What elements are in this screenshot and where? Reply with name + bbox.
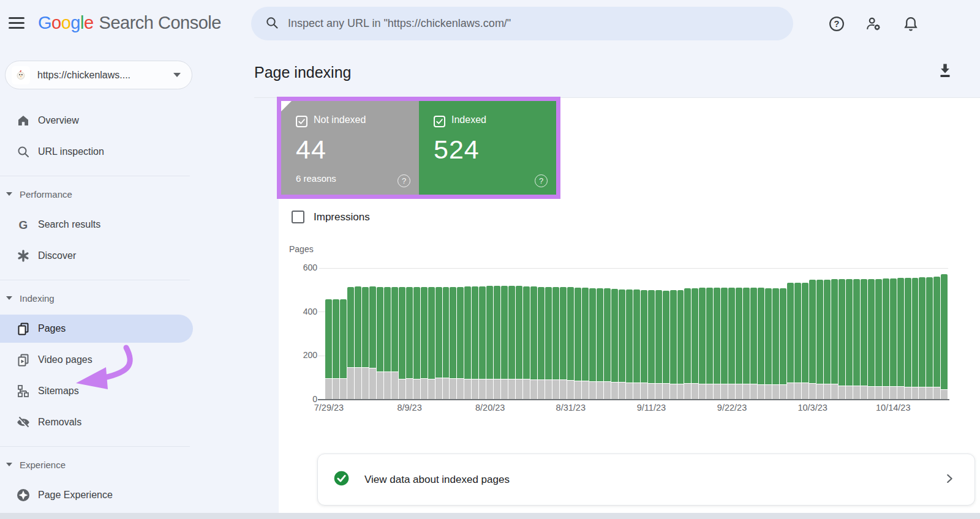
chart-bar[interactable] <box>933 268 940 400</box>
chart-bar[interactable] <box>355 268 361 400</box>
chart-bar[interactable] <box>399 268 405 400</box>
chart-bar[interactable] <box>369 268 376 400</box>
sidebar-item-discover[interactable]: Discover <box>0 240 279 271</box>
chart-bar[interactable] <box>846 268 853 400</box>
chart-bar[interactable] <box>758 268 764 400</box>
chart-bar[interactable] <box>905 268 911 400</box>
chart-bar[interactable] <box>479 268 486 400</box>
chart-bar[interactable] <box>508 268 515 400</box>
manage-users-icon[interactable] <box>865 15 882 32</box>
sidebar-section-experience[interactable]: Experience <box>0 450 279 479</box>
chart-bar[interactable] <box>523 268 530 400</box>
chart-bar[interactable] <box>706 268 713 400</box>
chart-bar[interactable] <box>391 268 398 400</box>
chart-bar[interactable] <box>743 268 750 400</box>
chevron-right-icon[interactable] <box>943 472 956 488</box>
sidebar-item-url-inspection[interactable]: URL inspection <box>0 136 279 167</box>
search-input[interactable] <box>288 17 780 30</box>
sidebar-item-video-pages[interactable]: Video pages <box>0 344 279 375</box>
chart-bar[interactable] <box>926 268 933 400</box>
chart-bar[interactable] <box>750 268 757 400</box>
chart-bar[interactable] <box>831 268 838 400</box>
checkbox-checked-icon[interactable] <box>296 116 307 127</box>
chart-bar[interactable] <box>428 268 435 400</box>
chart-bar[interactable] <box>897 268 904 400</box>
chart-bar[interactable] <box>333 268 339 400</box>
chart-bar[interactable] <box>604 268 611 400</box>
chart-bar[interactable] <box>890 268 897 400</box>
chart-bar[interactable] <box>384 268 391 400</box>
chart-bar[interactable] <box>486 268 493 400</box>
export-download-icon[interactable] <box>936 61 954 80</box>
menu-icon[interactable] <box>9 17 24 31</box>
chart-bar[interactable] <box>839 268 845 400</box>
chart-plot[interactable] <box>325 268 948 400</box>
chart-bar[interactable] <box>435 268 442 400</box>
chart-bar[interactable] <box>633 268 640 400</box>
chart-bar[interactable] <box>692 268 698 400</box>
chart-bar[interactable] <box>809 268 816 400</box>
property-selector[interactable]: https://chickenlaws.... <box>5 61 192 89</box>
chart-bar[interactable] <box>728 268 735 400</box>
chart-bar[interactable] <box>340 268 347 400</box>
chart-bar[interactable] <box>464 268 471 400</box>
chart-bar[interactable] <box>413 268 420 400</box>
chart-bar[interactable] <box>677 268 684 400</box>
help-icon[interactable]: ? <box>828 15 845 32</box>
chart-bar[interactable] <box>861 268 867 400</box>
chart-bar[interactable] <box>699 268 706 400</box>
sidebar-section-indexing[interactable]: Indexing <box>0 283 279 313</box>
sidebar-item-page-experience[interactable]: Page Experience <box>0 479 279 510</box>
chart-bar[interactable] <box>714 268 720 400</box>
chart-bar[interactable] <box>883 268 889 400</box>
chart-bar[interactable] <box>641 268 647 400</box>
chart-bar[interactable] <box>421 268 428 400</box>
chart-bar[interactable] <box>545 268 552 400</box>
chart-bar[interactable] <box>325 268 332 400</box>
chart-bar[interactable] <box>538 268 545 400</box>
chart-bar[interactable] <box>648 268 655 400</box>
sidebar-item-pages[interactable]: Pages <box>0 313 279 344</box>
chart-bar[interactable] <box>560 268 567 400</box>
sidebar-item-overview[interactable]: Overview <box>0 105 279 136</box>
chart-bar[interactable] <box>736 268 742 400</box>
chart-bar[interactable] <box>802 268 809 400</box>
chart-bar[interactable] <box>494 268 500 400</box>
not-indexed-card[interactable]: Not indexed 44 6 reasons ? <box>281 101 419 195</box>
sidebar-section-performance[interactable]: Performance <box>0 179 279 209</box>
impressions-toggle[interactable]: Impressions <box>292 211 370 223</box>
chart-bar[interactable] <box>530 268 537 400</box>
chart-bar[interactable] <box>362 268 369 400</box>
chart-bar[interactable] <box>619 268 625 400</box>
chart-bar[interactable] <box>780 268 786 400</box>
chart-bar[interactable] <box>684 268 691 400</box>
chart-bar[interactable] <box>406 268 413 400</box>
chart-bar[interactable] <box>597 268 603 400</box>
url-inspect-searchbar[interactable] <box>251 7 793 40</box>
chart-bar[interactable] <box>868 268 875 400</box>
chart-bar[interactable] <box>912 268 919 400</box>
chart-bar[interactable] <box>611 268 618 400</box>
chart-bar[interactable] <box>516 268 522 400</box>
chart-bar[interactable] <box>721 268 728 400</box>
sidebar-item-sitemaps[interactable]: Sitemaps <box>0 375 279 406</box>
chart-bar[interactable] <box>450 268 456 400</box>
chart-bar[interactable] <box>765 268 772 400</box>
chart-bar[interactable] <box>575 268 581 400</box>
chart-bar[interactable] <box>670 268 677 400</box>
help-icon[interactable]: ? <box>398 174 410 187</box>
chart-bar[interactable] <box>377 268 383 400</box>
checkbox-unchecked-icon[interactable] <box>292 211 304 223</box>
chart-bar[interactable] <box>875 268 882 400</box>
chart-bar[interactable] <box>626 268 633 400</box>
chart-bar[interactable] <box>794 268 801 400</box>
chart-bar[interactable] <box>787 268 794 400</box>
chart-bar[interactable] <box>941 268 948 400</box>
chart-bar[interactable] <box>472 268 478 400</box>
chart-bar[interactable] <box>816 268 823 400</box>
chart-bar[interactable] <box>501 268 508 400</box>
reasons-link[interactable]: 6 reasons <box>296 173 407 184</box>
chart-bar[interactable] <box>457 268 464 400</box>
view-indexed-data-banner[interactable]: View data about indexed pages <box>317 454 975 506</box>
sidebar-item-removals[interactable]: Removals <box>0 406 279 438</box>
